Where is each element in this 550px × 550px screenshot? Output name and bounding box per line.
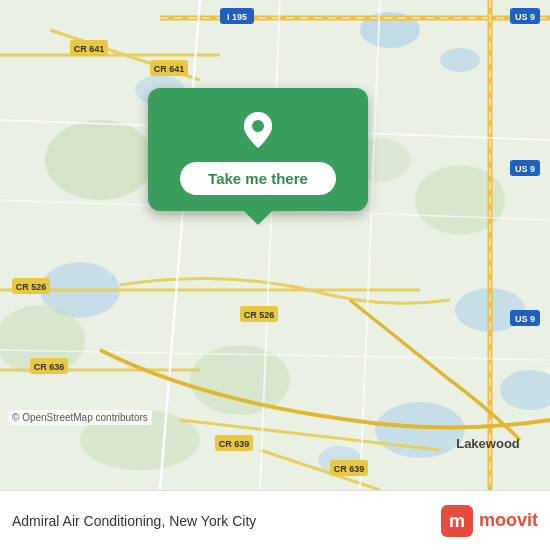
location-pin-icon [236, 108, 280, 152]
info-bar: Admiral Air Conditioning, New York City … [0, 490, 550, 550]
svg-text:US 9: US 9 [515, 12, 535, 22]
copyright-text: © OpenStreetMap contributors [8, 410, 152, 425]
svg-point-2 [440, 48, 480, 72]
svg-text:CR 639: CR 639 [334, 464, 365, 474]
svg-point-7 [375, 402, 465, 458]
svg-text:CR 639: CR 639 [219, 439, 250, 449]
svg-text:I 195: I 195 [227, 12, 247, 22]
take-me-there-button[interactable]: Take me there [180, 162, 336, 195]
svg-text:CR 636: CR 636 [34, 362, 65, 372]
svg-text:m: m [449, 511, 465, 531]
moovit-brand-icon: m [441, 505, 473, 537]
svg-text:Lakewood: Lakewood [456, 436, 520, 451]
map-container: I 195 US 9 US 9 US 9 CR 641 CR 641 CR 52… [0, 0, 550, 490]
svg-text:CR 526: CR 526 [16, 282, 47, 292]
location-name: Admiral Air Conditioning, New York City [12, 513, 256, 529]
svg-text:CR 641: CR 641 [74, 44, 105, 54]
moovit-text: moovit [479, 510, 538, 531]
svg-text:US 9: US 9 [515, 164, 535, 174]
moovit-logo: m moovit [441, 505, 538, 537]
svg-text:US 9: US 9 [515, 314, 535, 324]
svg-text:CR 641: CR 641 [154, 64, 185, 74]
svg-point-9 [45, 120, 155, 200]
svg-text:CR 526: CR 526 [244, 310, 275, 320]
svg-point-57 [252, 120, 264, 132]
popup-bubble: Take me there [148, 88, 368, 211]
